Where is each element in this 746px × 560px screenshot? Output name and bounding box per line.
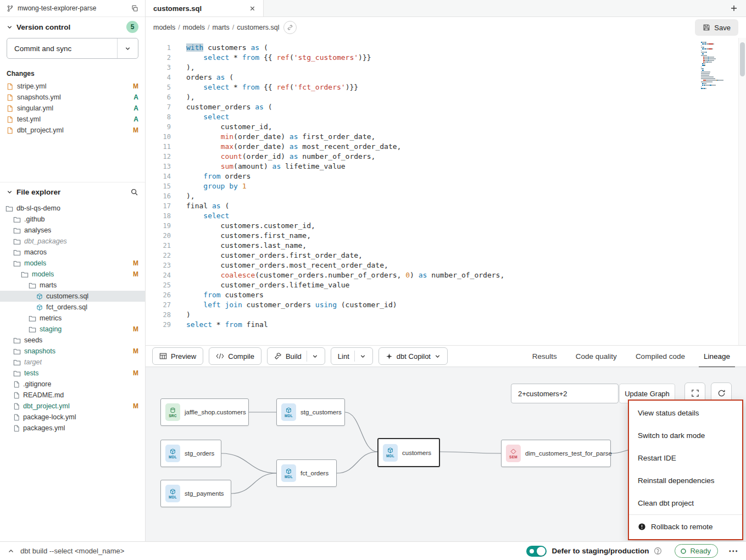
minimap-line	[701, 85, 735, 86]
context-menu-item-rollback[interactable]: Rollback to remote	[629, 514, 742, 538]
rollback-label: Rollback to remote	[651, 523, 713, 531]
changed-file-row[interactable]: test.ymlA	[0, 114, 145, 125]
model-icon	[36, 304, 43, 311]
file-tree-item[interactable]: dbt_packages	[0, 236, 145, 247]
changed-file-row[interactable]: snapshots.ymlA	[0, 92, 145, 103]
file-tree-item[interactable]: macros	[0, 247, 145, 258]
chevron-down-icon[interactable]	[360, 353, 366, 359]
minimap-line	[701, 62, 735, 63]
lineage-node[interactable]: MDLfct_orders	[276, 459, 337, 487]
tab-lineage[interactable]: Lineage	[694, 345, 739, 367]
file-tree-item[interactable]: db-sl-qs-demo	[0, 203, 145, 214]
context-menu-item[interactable]: Restart IDE	[629, 447, 742, 469]
compile-button[interactable]: Compile	[209, 347, 261, 365]
lineage-node[interactable]: SEMdim_customers_test_for_parse	[501, 440, 611, 467]
command-hint[interactable]: dbt build --select <model_name>	[20, 547, 124, 555]
build-button[interactable]: Build	[267, 347, 325, 365]
file-tree-item[interactable]: customers.sql	[0, 291, 145, 302]
more-options-button[interactable]: ⋯	[728, 545, 738, 557]
file-tree-item[interactable]: .gitignore	[0, 379, 145, 390]
breadcrumb-item[interactable]: marts	[213, 24, 230, 31]
code-content: with customers as ( select * from {{ ref…	[171, 38, 504, 345]
file-tree-item[interactable]: testsM	[0, 368, 145, 379]
minimap[interactable]	[701, 42, 735, 90]
scrollbar-thumb[interactable]	[740, 42, 745, 76]
code-line: select	[186, 112, 504, 122]
ready-label: Ready	[690, 547, 711, 555]
model-icon	[36, 293, 43, 300]
file-tree-item[interactable]: stagingM	[0, 324, 145, 335]
lineage-node[interactable]: SRCjaffle_shop.customers	[160, 398, 249, 426]
lineage-edge	[221, 453, 276, 473]
lineage-node[interactable]: MDLcustomers	[377, 438, 440, 467]
lineage-node[interactable]: MDLstg_orders	[160, 440, 221, 467]
file-tree-item[interactable]: modelsM	[0, 258, 145, 269]
commit-options-dropdown[interactable]	[117, 38, 138, 58]
link-icon[interactable]	[283, 21, 297, 34]
file-tree-item[interactable]: marts	[0, 280, 145, 291]
file-icon	[13, 425, 20, 432]
file-tree-item[interactable]: fct_orders.sql	[0, 302, 145, 313]
folder-icon	[13, 238, 21, 245]
file-tree-item[interactable]: seeds	[0, 335, 145, 346]
minimap-line	[701, 50, 735, 51]
close-icon[interactable]	[249, 5, 255, 12]
file-tree-item[interactable]: modelsM	[0, 269, 145, 280]
changed-file-row[interactable]: singular.ymlA	[0, 103, 145, 114]
search-icon[interactable]	[130, 188, 138, 196]
changed-file-row[interactable]: stripe.ymlM	[0, 81, 145, 92]
new-tab-button[interactable]	[722, 0, 746, 16]
chevron-down-icon[interactable]	[435, 353, 441, 359]
editor-tab-customers[interactable]: customers.sql	[146, 0, 264, 16]
code-line: )	[186, 310, 504, 320]
file-tree-item[interactable]: metrics	[0, 313, 145, 324]
tab-results[interactable]: Results	[523, 345, 566, 367]
breadcrumb-item[interactable]: customers.sql	[237, 24, 279, 31]
file-tree-item[interactable]: packages.yml	[0, 423, 145, 434]
changes-section: Changes stripe.ymlMsnapshots.ymlAsingula…	[0, 65, 145, 182]
file-tree-item[interactable]: target	[0, 357, 145, 368]
editor-scrollbar[interactable]	[738, 38, 746, 345]
changed-file-row[interactable]: dbt_project.ymlM	[0, 125, 145, 136]
defer-toggle[interactable]	[526, 546, 547, 557]
context-menu-item[interactable]: View status details	[629, 402, 742, 424]
file-name: marts	[40, 281, 57, 289]
lineage-selector-input[interactable]	[511, 384, 619, 403]
file-tree-item[interactable]: .github	[0, 214, 145, 225]
preview-button[interactable]: Preview	[152, 347, 203, 365]
tab-code-quality[interactable]: Code quality	[566, 345, 626, 367]
tab-compiled-code[interactable]: Compiled code	[626, 345, 694, 367]
lineage-edge	[345, 412, 377, 452]
context-menu-item[interactable]: Reinstall dependencies	[629, 469, 742, 492]
lint-label: Lint	[338, 352, 349, 361]
file-tree-item[interactable]: analyses	[0, 225, 145, 236]
lineage-node[interactable]: MDLstg_payments	[160, 480, 231, 507]
folder-icon	[13, 260, 21, 267]
code-editor[interactable]: 1234567891011121314151617181920212223242…	[146, 38, 746, 345]
breadcrumb-separator: /	[232, 24, 234, 31]
change-status-badge: M	[133, 369, 138, 377]
save-button[interactable]: Save	[695, 19, 738, 36]
chevron-up-icon[interactable]	[8, 548, 14, 555]
file-explorer-header[interactable]: File explorer	[0, 182, 145, 202]
lint-button[interactable]: Lint	[331, 347, 373, 365]
file-tree-item[interactable]: snapshotsM	[0, 346, 145, 357]
breadcrumb-item[interactable]: models	[153, 24, 175, 31]
breadcrumb-item[interactable]: models	[183, 24, 205, 31]
code-line: max(order_date) as most_recent_order_dat…	[186, 142, 504, 152]
copy-icon[interactable]	[131, 5, 138, 12]
chevron-down-icon[interactable]	[312, 353, 318, 359]
context-menu-item[interactable]: Switch to dark mode	[629, 424, 742, 447]
commit-and-sync-button[interactable]: Commit and sync	[7, 38, 138, 59]
minimap-line	[701, 58, 735, 59]
help-icon[interactable]	[654, 547, 662, 555]
lineage-node[interactable]: MDLstg_customers	[276, 398, 345, 426]
file-tree-item[interactable]: README.md	[0, 390, 145, 401]
version-control-header[interactable]: Version control 5	[0, 17, 145, 37]
toggle-knob	[537, 547, 545, 556]
file-tree-item[interactable]: package-lock.yml	[0, 412, 145, 423]
context-menu-item[interactable]: Clean dbt project	[629, 492, 742, 514]
dbt-copilot-button[interactable]: dbt Copilot	[378, 347, 448, 365]
line-number: 6	[146, 92, 171, 102]
file-tree-item[interactable]: dbt_project.ymlM	[0, 401, 145, 412]
